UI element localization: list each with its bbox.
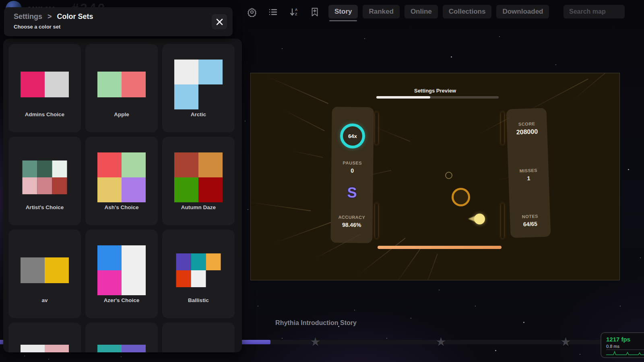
color-set-name: Ash's Choice xyxy=(85,204,158,210)
color-sets-modal-header: Settings > Color Sets Choose a color set xyxy=(4,7,233,36)
misses-value: 1 xyxy=(508,174,549,182)
preview-progress-bar xyxy=(376,96,499,99)
color-set-name: Apple xyxy=(85,111,158,117)
close-button[interactable] xyxy=(212,14,227,29)
breadcrumb-separator: > xyxy=(47,12,52,21)
color-sets-panel: Admins ChoiceAppleArcticArtist's ChoiceA… xyxy=(3,39,242,352)
color-swatch xyxy=(176,253,221,287)
color-swatch xyxy=(97,152,146,202)
fps-value: 1217 fps xyxy=(606,336,644,343)
color-swatch xyxy=(174,60,223,109)
color-set-tile-admins-choice[interactable]: Admins Choice xyxy=(8,44,81,132)
misses-label: MISSES xyxy=(508,167,549,173)
note-with-trail xyxy=(474,214,485,224)
tab-online[interactable]: Online xyxy=(405,5,438,19)
settings-gear-icon[interactable] xyxy=(247,7,257,17)
pauses-label: PAUSES xyxy=(331,160,373,165)
fps-sparkline xyxy=(606,350,644,356)
preview-title: Settings Preview xyxy=(251,88,619,94)
color-set-name: Ballistic xyxy=(162,297,235,303)
color-swatch xyxy=(97,345,146,352)
color-swatch xyxy=(21,72,69,97)
color-set-tile-azer-s-choice[interactable]: Azer's Choice xyxy=(85,230,158,318)
lane-bar-top-right xyxy=(501,112,504,144)
bookmark-add-icon[interactable] xyxy=(310,7,320,17)
color-set-tile-av[interactable]: av xyxy=(8,230,81,318)
color-set-tile-ash-s-choice[interactable]: Ash's Choice xyxy=(85,137,158,225)
lane-bar-bottom xyxy=(378,246,502,249)
color-set-name: Arctic xyxy=(162,111,235,117)
color-swatch xyxy=(97,245,146,295)
score-value: 208000 xyxy=(507,128,547,136)
tab-collections[interactable]: Collections xyxy=(443,5,492,19)
breadcrumb: Settings > Color Sets xyxy=(14,12,93,21)
combo-value: 64x xyxy=(348,133,357,139)
list-icon[interactable] xyxy=(268,7,278,17)
progress-star: ★ xyxy=(436,335,446,349)
color-swatch xyxy=(174,152,223,202)
color-set-name: Azer's Choice xyxy=(85,297,158,303)
color-swatch xyxy=(97,72,146,97)
approach-ring xyxy=(452,188,470,206)
topbar-tabs: StoryRankedOnlineCollectionsDownloaded xyxy=(328,5,549,19)
breadcrumb-color-sets: Color Sets xyxy=(57,12,93,21)
color-set-tile[interactable] xyxy=(85,323,158,352)
color-set-tile-arctic[interactable]: Arctic xyxy=(162,44,235,132)
color-set-tile-apple[interactable]: Apple xyxy=(85,44,158,132)
accuracy-value: 98.46% xyxy=(331,221,373,228)
color-set-tile-artist-s-choice[interactable]: Artist's Choice xyxy=(8,137,81,225)
close-icon xyxy=(216,19,223,25)
hud-right: SCORE 208000 MISSES 1 NOTES 64/65 xyxy=(506,108,551,238)
color-set-tile[interactable] xyxy=(162,323,235,352)
color-set-tile-autumn-daze[interactable]: Autumn Daze xyxy=(162,137,235,225)
color-set-name: Admins Choice xyxy=(8,111,81,117)
fps-panel: 1217 fps 0.8 ms xyxy=(601,332,644,358)
lane-bar-bottom-left xyxy=(375,204,378,238)
svg-text:Z: Z xyxy=(295,12,297,16)
settings-preview-panel: Settings Preview 64x PAUSES 0 S ACCURACY… xyxy=(250,73,620,280)
combo-ring: 64x xyxy=(340,123,365,149)
lane-bar-bottom-right xyxy=(501,204,504,238)
pauses-value: 0 xyxy=(331,167,373,174)
breadcrumb-settings[interactable]: Settings xyxy=(14,12,42,21)
color-set-name: Autumn Daze xyxy=(162,204,235,210)
sort-az-icon[interactable]: A Z xyxy=(289,7,299,17)
color-set-tile-ballistic[interactable]: Ballistic xyxy=(162,230,235,318)
topbar-icons: A Z xyxy=(247,7,320,17)
tab-ranked[interactable]: Ranked xyxy=(363,5,399,19)
color-set-grid: Admins ChoiceAppleArcticArtist's ChoiceA… xyxy=(8,44,235,352)
modal-subtitle: Choose a color set xyxy=(14,24,60,30)
progress-star: ★ xyxy=(310,335,321,349)
color-swatch xyxy=(21,257,69,283)
notes-value: 64/65 xyxy=(510,220,550,228)
far-note-outline xyxy=(445,172,452,179)
search-input[interactable] xyxy=(564,5,625,19)
color-swatch xyxy=(21,345,69,352)
svg-text:A: A xyxy=(295,8,297,12)
progress-star: ★ xyxy=(560,335,571,349)
score-label: SCORE xyxy=(507,121,547,127)
color-set-name: Artist's Choice xyxy=(8,204,81,210)
notes-label: NOTES xyxy=(510,213,550,219)
tab-story[interactable]: Story xyxy=(328,5,358,19)
grade-letter: S xyxy=(331,184,373,201)
color-swatch xyxy=(23,160,67,194)
hud-left: 64x PAUSES 0 S ACCURACY 98.46% xyxy=(330,107,374,243)
preview-progress-fill xyxy=(376,96,430,99)
frame-time-value: 0.8 ms xyxy=(606,344,644,350)
color-set-tile[interactable] xyxy=(8,323,81,352)
song-title: Rhythia Introduction Story xyxy=(248,319,384,327)
color-set-name: av xyxy=(8,297,81,303)
lane-bar-top-left xyxy=(375,112,378,144)
accuracy-label: ACCURACY xyxy=(331,214,373,220)
tab-downloaded[interactable]: Downloaded xyxy=(496,5,549,19)
